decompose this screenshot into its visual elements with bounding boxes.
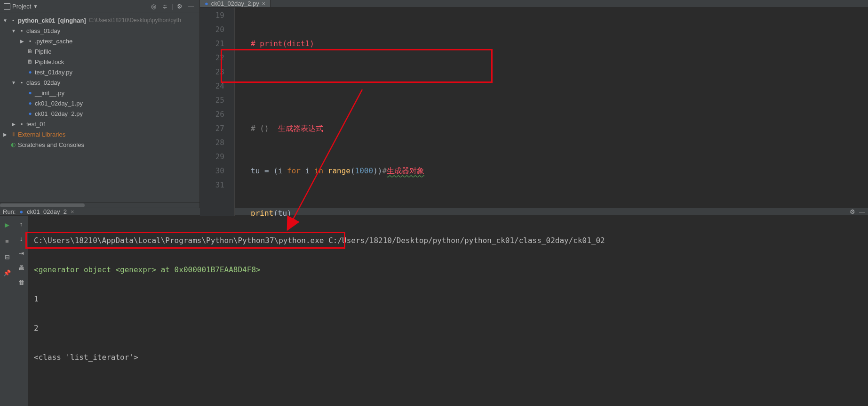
library-icon: ⫴	[9, 130, 17, 138]
tree-file[interactable]: ▶ ● ck01_02day_2.py	[0, 108, 199, 119]
project-icon	[4, 3, 10, 10]
tab-label: ck01_02day_2.py	[211, 0, 259, 7]
folder-icon: ▪	[18, 27, 25, 34]
editor-tab[interactable]: ● ck01_02day_2.py ×	[200, 0, 271, 7]
gear-icon[interactable]: ⚙	[175, 2, 184, 11]
file-icon: 🗎	[26, 58, 34, 65]
console-line: C:\Users\18210\AppData\Local\Programs\Py…	[34, 233, 862, 248]
expand-icon[interactable]: ≑	[160, 2, 170, 11]
hide-icon[interactable]: —	[186, 2, 196, 11]
tree-folder[interactable]: ▼ ▪ class_02day	[0, 77, 199, 88]
trash-icon[interactable]: 🗑	[18, 279, 24, 286]
tree-file[interactable]: ▶ ● ck01_02day_1.py	[0, 98, 199, 108]
pin-icon[interactable]: 📌	[3, 268, 11, 277]
console-line	[34, 379, 862, 394]
python-file-icon: ●	[19, 208, 23, 215]
tree-folder[interactable]: ▶ ▪ test_01	[0, 119, 199, 129]
tree-folder[interactable]: ▶ ▪ .pytest_cache	[0, 36, 199, 46]
run-toolbar-inner: ↑ ↓ ⇥ 🖶 🗑	[14, 216, 28, 406]
close-icon[interactable]: ×	[262, 0, 265, 7]
project-tree[interactable]: ▼ ▪ python_ck01 [qinghan] C:\Users\18210…	[0, 13, 199, 202]
horizontal-scrollbar[interactable]	[0, 202, 199, 208]
console-line: 1	[34, 292, 862, 306]
project-header: Project ▼ ◎ ≑ | ⚙ —	[0, 0, 199, 13]
chevron-down-icon[interactable]: ▼	[33, 4, 38, 9]
project-title[interactable]: Project	[12, 3, 31, 10]
project-panel: Project ▼ ◎ ≑ | ⚙ — ▼ ▪ python_ck01 [qin…	[0, 0, 200, 208]
console-output[interactable]: C:\Users\18210\AppData\Local\Programs\Py…	[28, 216, 868, 406]
python-file-icon: ●	[26, 68, 34, 76]
console-line: <class 'list_iterator'>	[34, 350, 862, 365]
file-icon: 🗎	[26, 48, 34, 55]
tree-file[interactable]: ▶ 🗎 Pipfile.lock	[0, 57, 199, 67]
console-line: 2	[34, 321, 862, 335]
layout-icon[interactable]: ⊟	[3, 252, 11, 261]
editor-tab-bar: ● ck01_02day_2.py ×	[200, 0, 868, 8]
python-file-icon: ●	[26, 99, 34, 107]
tree-file[interactable]: ▶ 🗎 Pipfile	[0, 46, 199, 57]
print-icon[interactable]: 🖶	[18, 264, 24, 271]
tree-root[interactable]: ▼ ▪ python_ck01 [qinghan] C:\Users\18210…	[0, 15, 199, 25]
annotation-highlight-box	[221, 49, 493, 83]
target-icon[interactable]: ◎	[149, 2, 159, 11]
rerun-icon[interactable]: ▶	[3, 220, 11, 229]
console-icon: ◐	[9, 141, 17, 148]
folder-icon: ▪	[18, 120, 25, 128]
folder-icon: ▪	[26, 37, 34, 45]
run-config-name[interactable]: ck01_02day_2	[27, 208, 67, 215]
down-arrow-icon[interactable]: ↓	[20, 235, 23, 242]
folder-icon: ▪	[9, 16, 17, 24]
close-icon[interactable]: ×	[71, 208, 74, 215]
tree-external-libs[interactable]: ▶ ⫴ External Libraries	[0, 129, 199, 139]
python-file-icon: ●	[26, 89, 34, 97]
folder-icon: ▪	[18, 79, 25, 86]
console-line: <generator object <genexpr> at 0x000001B…	[34, 262, 862, 277]
up-arrow-icon[interactable]: ↑	[20, 220, 23, 227]
python-file-icon: ●	[205, 0, 208, 7]
stop-icon[interactable]: ■	[3, 236, 11, 245]
run-toolbar-left: ▶ ■ ⊟ 📌	[0, 216, 14, 406]
tree-folder[interactable]: ▼ ▪ class_01day	[0, 25, 199, 36]
tree-scratches[interactable]: ▶ ◐ Scratches and Consoles	[0, 139, 199, 150]
tree-file[interactable]: ▶ ● __init__.py	[0, 88, 199, 98]
run-panel: Run: ● ck01_02day_2 × ⚙ — ▶ ■ ⊟ 📌 ↑ ↓ ⇥ …	[0, 208, 868, 406]
run-label: Run:	[3, 208, 16, 215]
python-file-icon: ●	[26, 110, 34, 117]
wrap-icon[interactable]: ⇥	[19, 250, 24, 257]
editor-panel: ● ck01_02day_2.py × 19 20 21 22 23 24 25…	[200, 0, 868, 208]
tree-file[interactable]: ▶ ● test_01day.py	[0, 67, 199, 77]
